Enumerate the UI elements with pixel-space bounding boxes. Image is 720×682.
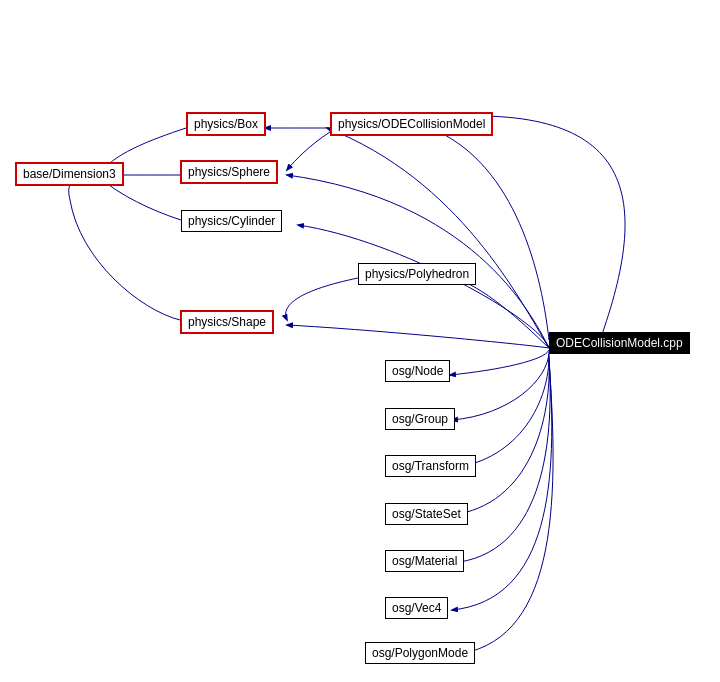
node-osg-node[interactable]: osg/Node [385,360,450,382]
node-physics-sphere[interactable]: physics/Sphere [180,160,278,184]
node-osg-group[interactable]: osg/Group [385,408,455,430]
diagram-container: base/Dimension3 physics/Box physics/Sphe… [0,0,720,682]
node-base-dimension3[interactable]: base/Dimension3 [15,162,124,186]
node-physics-polyhedron[interactable]: physics/Polyhedron [358,263,476,285]
node-osg-stateset[interactable]: osg/StateSet [385,503,468,525]
node-osg-transform[interactable]: osg/Transform [385,455,476,477]
node-osg-material[interactable]: osg/Material [385,550,464,572]
node-osg-polygonmode[interactable]: osg/PolygonMode [365,642,475,664]
node-physics-ode[interactable]: physics/ODECollisionModel [330,112,493,136]
node-ode-cpp[interactable]: ODECollisionModel.cpp [549,332,690,354]
node-physics-cylinder[interactable]: physics/Cylinder [181,210,282,232]
node-physics-box[interactable]: physics/Box [186,112,266,136]
node-physics-shape[interactable]: physics/Shape [180,310,274,334]
node-osg-vec4[interactable]: osg/Vec4 [385,597,448,619]
